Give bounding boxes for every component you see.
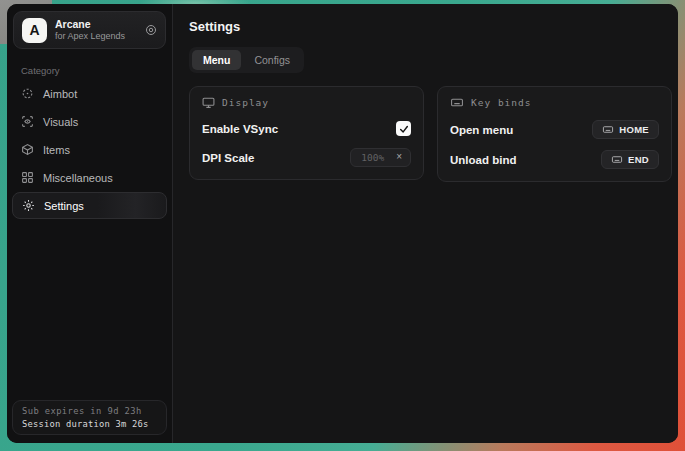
tab-menu[interactable]: Menu [192, 50, 241, 70]
sidebar-item-label: Visuals [43, 116, 78, 128]
sidebar-item-label: Items [43, 144, 70, 156]
sidebar-item-visuals[interactable]: Visuals [12, 108, 167, 135]
grid-icon [21, 171, 34, 184]
vsync-checkbox[interactable] [396, 121, 411, 136]
sidebar-nav: Aimbot Visuals Items [7, 80, 172, 219]
display-card: Display Enable VSync DPI Scale 100% × [189, 86, 424, 180]
sidebar: A Arcane for Apex Legends Category Aimbo… [7, 4, 173, 443]
unload-bind-label: Unload bind [450, 154, 516, 166]
sidebar-item-label: Miscellaneous [43, 172, 113, 184]
brand-name: Arcane [55, 18, 137, 31]
keybinds-card: Key binds Open menu HOME Unload bin [437, 86, 672, 182]
sidebar-item-items[interactable]: Items [12, 136, 167, 163]
power-icon[interactable] [145, 24, 157, 36]
clear-icon[interactable]: × [392, 150, 410, 165]
display-card-title: Display [222, 97, 269, 108]
app-logo: A [22, 18, 47, 43]
brand-subtitle: for Apex Legends [55, 31, 137, 42]
sidebar-item-label: Settings [44, 200, 84, 212]
open-menu-label: Open menu [450, 124, 513, 136]
package-icon [21, 143, 34, 156]
crosshair-icon [21, 87, 34, 100]
sidebar-item-label: Aimbot [43, 88, 77, 100]
sidebar-item-settings[interactable]: Settings [12, 192, 167, 219]
keybinds-card-header: Key binds [450, 96, 659, 109]
dpi-scale-input[interactable]: 100% × [350, 148, 411, 167]
keyboard-icon [602, 124, 614, 135]
subscription-info-box: Sub expires in 9d 23h Session duration 3… [12, 400, 167, 435]
brand-text: Arcane for Apex Legends [55, 18, 137, 42]
category-label: Category [21, 65, 172, 76]
eye-icon [21, 115, 34, 128]
open-menu-row: Open menu HOME [450, 120, 659, 139]
vsync-label: Enable VSync [202, 123, 278, 135]
settings-cards: Display Enable VSync DPI Scale 100% × [189, 86, 672, 182]
keyboard-icon [611, 154, 623, 165]
unload-keybind-button[interactable]: END [601, 150, 659, 169]
main-content: Settings Menu Configs Display Enable VSy… [173, 4, 678, 443]
keyboard-icon [450, 96, 464, 109]
open-menu-keybind-button[interactable]: HOME [592, 120, 659, 139]
dpi-row: DPI Scale 100% × [202, 148, 411, 167]
unload-key: END [628, 154, 649, 165]
sub-expiry-text: Sub expires in 9d 23h [22, 406, 157, 416]
unload-bind-row: Unload bind END [450, 150, 659, 169]
gear-icon [22, 199, 35, 212]
session-duration-text: Session duration 3m 26s [22, 419, 157, 429]
page-title: Settings [189, 19, 672, 34]
dpi-label: DPI Scale [202, 152, 254, 164]
sidebar-item-aimbot[interactable]: Aimbot [12, 80, 167, 107]
brand-card: A Arcane for Apex Legends [13, 11, 166, 49]
settings-tabbar: Menu Configs [189, 47, 304, 73]
app-window: A Arcane for Apex Legends Category Aimbo… [7, 4, 678, 443]
monitor-icon [202, 96, 215, 109]
display-card-header: Display [202, 96, 411, 109]
open-menu-key: HOME [619, 124, 649, 135]
vsync-row: Enable VSync [202, 120, 411, 137]
tab-configs[interactable]: Configs [243, 50, 301, 70]
keybinds-card-title: Key binds [471, 97, 531, 108]
sidebar-item-miscellaneous[interactable]: Miscellaneous [12, 164, 167, 191]
dpi-value[interactable]: 100% [351, 149, 392, 166]
